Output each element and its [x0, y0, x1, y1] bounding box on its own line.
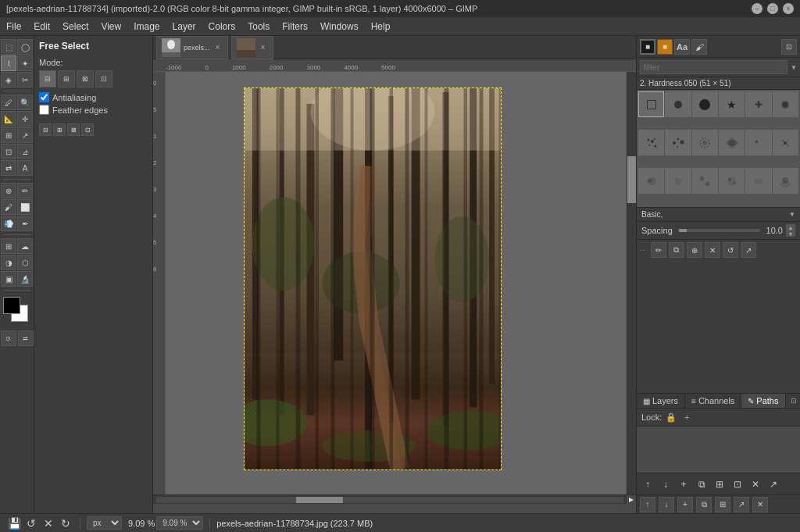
- panel-expand-btn[interactable]: ⊡: [788, 395, 800, 407]
- right-panel-btn-7[interactable]: ✕: [752, 497, 768, 512]
- canvas-image[interactable]: [245, 88, 501, 470]
- panel-icon-aa[interactable]: Aa: [674, 39, 690, 55]
- foreground-color-swatch[interactable]: [3, 297, 20, 314]
- scrollbar-h-thumb[interactable]: [296, 497, 343, 503]
- lock-position-btn[interactable]: 🔒: [665, 411, 677, 423]
- spacing-decrement-btn[interactable]: ▼: [786, 230, 795, 237]
- scissors-tool[interactable]: ✂: [17, 72, 33, 87]
- menu-edit[interactable]: Edit: [27, 17, 56, 36]
- brush-delete-btn[interactable]: ✕: [705, 242, 720, 258]
- mode-add-btn[interactable]: ⊞: [58, 70, 75, 87]
- menu-tools[interactable]: Tools: [241, 17, 276, 36]
- brush-cell-splatter-2[interactable]: [665, 130, 691, 155]
- more-options-icon[interactable]: ···: [640, 247, 645, 254]
- brush-cell-grunge-2[interactable]: [665, 168, 691, 194]
- panel-expand-btn[interactable]: ⊡: [781, 39, 797, 55]
- spacing-increment-btn[interactable]: ▲: [786, 224, 795, 230]
- paths-tool[interactable]: 🖊: [1, 95, 16, 110]
- tab-close-2[interactable]: ×: [259, 43, 268, 52]
- ink-tool[interactable]: ✒: [17, 216, 33, 231]
- scroll-arrow-right[interactable]: ▶: [627, 495, 636, 505]
- panel-icon-orange[interactable]: ■: [657, 39, 673, 55]
- right-panel-btn-6[interactable]: ↗: [734, 497, 749, 512]
- right-panel-btn-3[interactable]: +: [677, 497, 693, 512]
- brush-cell-texture-3[interactable]: *: [745, 130, 771, 155]
- right-panel-btn-4[interactable]: ⧉: [696, 497, 712, 512]
- scrollbar-v-thumb[interactable]: [627, 156, 636, 203]
- dodge-burn-tool[interactable]: ◑: [1, 255, 16, 270]
- feather-edges-checkbox[interactable]: [39, 105, 49, 115]
- tool-mini-icon-4[interactable]: ⊡: [81, 123, 94, 136]
- antialiasing-checkbox[interactable]: [39, 92, 49, 102]
- layer-export-btn[interactable]: ↗: [766, 477, 781, 492]
- move-tool[interactable]: ✛: [17, 111, 33, 127]
- layer-delete-btn[interactable]: ✕: [748, 477, 763, 492]
- brush-cell-texture-1[interactable]: [692, 130, 718, 155]
- layers-tab-paths[interactable]: ✎ Paths: [741, 394, 785, 408]
- layer-copy-btn[interactable]: ⧉: [694, 477, 709, 492]
- brush-export-btn[interactable]: ↗: [741, 242, 756, 258]
- mode-intersect-btn[interactable]: ⊡: [95, 70, 112, 87]
- tool-mini-icon-3[interactable]: ⊠: [67, 123, 80, 136]
- brush-edit-btn[interactable]: ✏: [651, 242, 666, 258]
- menu-colors[interactable]: Colors: [202, 17, 242, 36]
- brush-cell-grunge-4[interactable]: [719, 168, 745, 194]
- unit-dropdown[interactable]: px mm cm in: [87, 516, 122, 530]
- brush-cell-cross[interactable]: ✚: [745, 91, 771, 117]
- heal-tool[interactable]: ⊕: [1, 183, 16, 198]
- right-panel-btn-5[interactable]: ⊞: [715, 497, 730, 512]
- bucket-fill-tool[interactable]: ⬡: [17, 255, 33, 270]
- clone-tool[interactable]: ⊞: [1, 238, 16, 254]
- right-panel-btn-1[interactable]: ↑: [640, 497, 655, 512]
- select-by-color-tool[interactable]: ◈: [1, 72, 16, 87]
- swap-colors-btn[interactable]: ⇌: [18, 330, 34, 346]
- brush-copy-btn[interactable]: ⧉: [669, 242, 684, 258]
- scrollbar-h-track[interactable]: [156, 497, 623, 503]
- right-panel-btn-2[interactable]: ↓: [659, 497, 674, 512]
- tool-mini-icon-2[interactable]: ⊞: [53, 123, 66, 136]
- brush-cell-soft[interactable]: [773, 91, 798, 117]
- layer-down-btn[interactable]: ↓: [658, 477, 673, 492]
- brush-cell-circle-md[interactable]: [692, 91, 718, 117]
- brush-cell-square[interactable]: [638, 91, 664, 117]
- brush-cell-grunge-1[interactable]: [638, 168, 664, 194]
- paintbrush-tool[interactable]: 🖌: [1, 199, 16, 215]
- maximize-button[interactable]: □: [767, 3, 778, 14]
- brush-cell-texture-2[interactable]: [719, 130, 745, 155]
- scrollbar-right[interactable]: [627, 72, 636, 495]
- redo-btn[interactable]: ↻: [58, 516, 73, 531]
- menu-select[interactable]: Select: [56, 17, 95, 36]
- free-select-tool[interactable]: ⌇: [1, 55, 16, 71]
- layers-tab-channels[interactable]: ≡ Channels: [685, 394, 741, 408]
- save-btn[interactable]: 💾: [6, 516, 22, 531]
- fuzzy-select-tool[interactable]: ✦: [17, 55, 33, 71]
- close-button[interactable]: ×: [783, 3, 794, 14]
- panel-icon-color[interactable]: ■: [640, 39, 655, 55]
- brush-cell-grunge-5[interactable]: [745, 168, 771, 194]
- spacing-slider-track[interactable]: [679, 229, 760, 232]
- cancel-btn[interactable]: ✕: [41, 516, 56, 531]
- eraser-tool[interactable]: ⬜: [17, 199, 33, 215]
- layer-up-btn[interactable]: ↑: [640, 477, 655, 492]
- zoom-dropdown[interactable]: 9.09 % 25% 50% 100%: [156, 516, 203, 530]
- tool-mini-icon-1[interactable]: ⊟: [39, 123, 52, 136]
- airbrush-tool[interactable]: 💨: [1, 216, 16, 231]
- minimize-button[interactable]: –: [752, 3, 762, 14]
- mode-subtract-btn[interactable]: ⊠: [77, 70, 94, 87]
- rect-select-tool[interactable]: ⬚: [1, 39, 16, 55]
- undo-btn[interactable]: ↺: [23, 516, 39, 531]
- brush-preset-dropdown[interactable]: ▼: [789, 211, 795, 218]
- brush-cell-star[interactable]: ★: [719, 91, 745, 117]
- layer-new-btn[interactable]: +: [676, 477, 691, 492]
- brush-refresh-btn[interactable]: ↺: [723, 242, 738, 258]
- canvas-tab-2[interactable]: ×: [231, 36, 273, 59]
- lock-add-btn[interactable]: +: [680, 411, 693, 423]
- menu-view[interactable]: View: [95, 17, 127, 36]
- flip-tool[interactable]: ⇄: [1, 160, 16, 176]
- perspective-tool[interactable]: ⊿: [17, 144, 33, 159]
- menu-image[interactable]: Image: [127, 17, 166, 36]
- text-tool[interactable]: A: [17, 160, 33, 176]
- brush-cell-circle-sm[interactable]: [665, 91, 691, 117]
- blend-tool[interactable]: ▣: [1, 271, 16, 287]
- menu-file[interactable]: File: [0, 17, 27, 36]
